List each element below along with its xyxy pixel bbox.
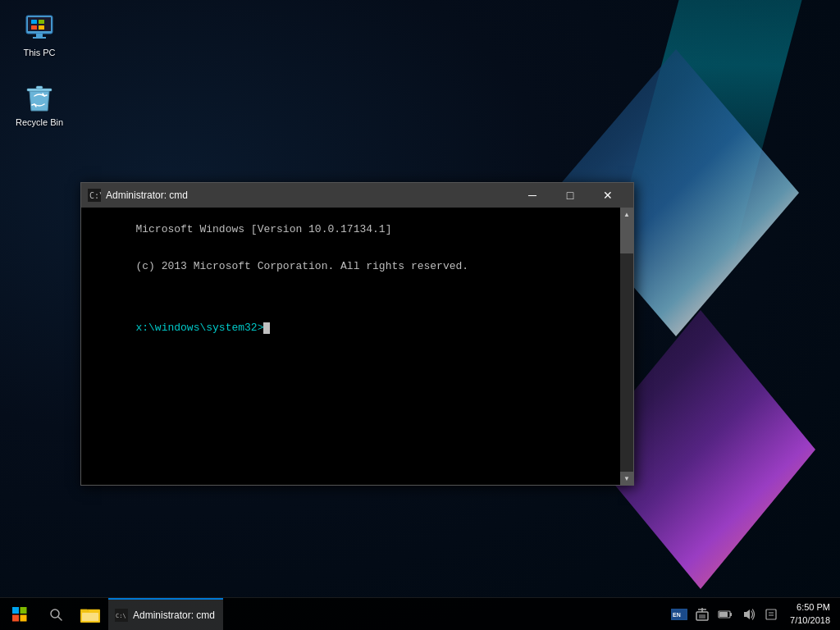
cmd-body[interactable]: Microsoft Windows [Version 10.0.17134.1]…	[81, 208, 633, 485]
svg-rect-13	[21, 607, 27, 614]
svg-rect-6	[31, 25, 37, 30]
cmd-line1: Microsoft Windows [Version 10.0.17134.1]	[135, 223, 391, 235]
cmd-titlebar[interactable]: C:\ Administrator: cmd ─ □ ✕	[81, 183, 633, 208]
desktop-icon-recycle-bin[interactable]: Recycle Bin	[7, 78, 72, 131]
svg-rect-31	[719, 612, 728, 617]
svg-rect-15	[21, 614, 27, 621]
desktop-icon-this-pc[interactable]: This PC	[7, 8, 72, 62]
tray-keyboard-icon[interactable]: EN	[669, 598, 690, 631]
svg-rect-12	[12, 607, 19, 614]
svg-rect-4	[31, 20, 37, 24]
cmd-cursor	[263, 322, 270, 334]
tray-time: 6:50 PM	[797, 601, 830, 614]
scrollbar-track[interactable]	[620, 221, 633, 472]
cmd-controls: ─ □ ✕	[514, 183, 627, 208]
svg-rect-5	[39, 20, 44, 24]
taskbar-search-button[interactable]	[39, 598, 72, 631]
svg-rect-7	[39, 25, 44, 30]
scrollbar-up-arrow[interactable]: ▲	[620, 208, 633, 221]
cmd-title-text: Administrator: cmd	[106, 189, 514, 201]
this-pc-label: This PC	[23, 48, 55, 58]
taskbar-open-cmd[interactable]: C:\ _ Administrator: cmd	[108, 598, 223, 631]
taskbar-open-cmd-label: Administrator: cmd	[133, 609, 215, 621]
svg-rect-28	[699, 614, 705, 619]
svg-line-17	[58, 617, 62, 620]
taskbar-pin-file-explorer[interactable]	[72, 598, 108, 631]
taskbar-pinned-items	[72, 598, 108, 631]
svg-text:EN: EN	[673, 612, 681, 618]
taskbar-tray: EN	[669, 598, 840, 631]
recycle-bin-label: Recycle Bin	[16, 117, 63, 128]
tray-flag-icon[interactable]	[760, 598, 782, 631]
svg-rect-2	[36, 34, 43, 37]
taskbar: C:\ _ Administrator: cmd EN	[0, 597, 840, 630]
recycle-bin-icon-img	[23, 81, 56, 114]
cmd-line2: (c) 2013 Microsoft Corporation. All righ…	[135, 260, 468, 272]
cmd-titlebar-icon: C:\	[88, 189, 101, 202]
tray-battery-icon[interactable]	[714, 598, 736, 631]
cmd-minimize-button[interactable]: ─	[514, 183, 551, 208]
cmd-close-button[interactable]: ✕	[589, 183, 627, 208]
svg-rect-3	[33, 37, 46, 39]
this-pc-icon-img	[23, 11, 56, 44]
start-button[interactable]	[0, 598, 39, 631]
cmd-maximize-button[interactable]: □	[551, 183, 589, 208]
scrollbar-down-arrow[interactable]: ▼	[620, 472, 633, 485]
tray-network-icon[interactable]	[692, 598, 713, 631]
cmd-scrollbar[interactable]: ▲ ▼	[620, 208, 633, 485]
svg-rect-8	[27, 89, 52, 91]
tray-clock[interactable]: 6:50 PM 7/10/2018	[783, 598, 837, 631]
svg-text:C:\: C:\	[89, 191, 101, 200]
cmd-prompt: x:\windows\system32>	[135, 322, 263, 334]
cmd-content[interactable]: Microsoft Windows [Version 10.0.17134.1]…	[81, 208, 620, 485]
svg-rect-14	[12, 614, 19, 621]
scrollbar-thumb[interactable]	[620, 221, 633, 253]
cmd-window: C:\ Administrator: cmd ─ □ ✕ Microsoft W…	[80, 182, 634, 486]
desktop: This PC Recycle Bin	[0, 0, 840, 630]
svg-rect-30	[730, 613, 732, 616]
svg-rect-19	[82, 613, 98, 621]
svg-rect-32	[766, 609, 776, 619]
tray-volume-icon[interactable]	[737, 598, 759, 631]
svg-rect-9	[36, 86, 43, 89]
tray-date: 7/10/2018	[790, 614, 830, 627]
